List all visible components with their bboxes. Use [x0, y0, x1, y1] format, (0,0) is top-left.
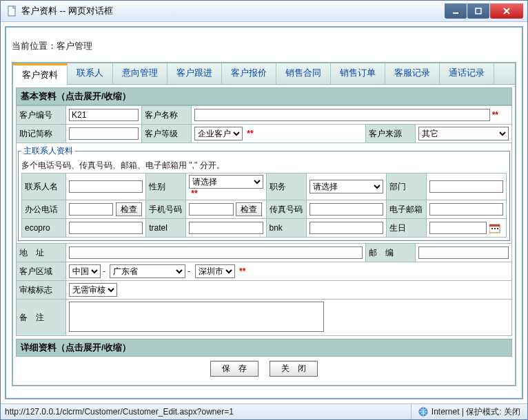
- svg-rect-1: [453, 12, 458, 14]
- tab-contract[interactable]: 销售合同: [276, 63, 331, 84]
- calendar-icon[interactable]: [489, 223, 500, 233]
- mobile-input[interactable]: [189, 203, 233, 216]
- section-detail-header[interactable]: 详细资料（点击展开/收缩）: [16, 339, 512, 357]
- action-buttons: 保 存 关 闭: [16, 357, 512, 381]
- fax-input[interactable]: [309, 203, 383, 216]
- birth-input[interactable]: [429, 222, 487, 234]
- svg-rect-4: [489, 224, 500, 227]
- breadcrumb-label: 当前位置：: [12, 41, 57, 51]
- tab-call-log[interactable]: 通话记录: [440, 63, 494, 84]
- save-button[interactable]: 保 存: [210, 361, 258, 377]
- ecopro-input[interactable]: [69, 222, 143, 234]
- label-cust-name: 客户名称: [142, 106, 192, 125]
- tabs: 客户资料 联系人 意向管理 客户跟进 客户报价 销售合同 销售订单 客服记录 通…: [13, 63, 515, 85]
- region-city-select[interactable]: 深圳市: [195, 264, 235, 278]
- required-mark: **: [189, 189, 197, 198]
- dept-input[interactable]: [429, 180, 503, 193]
- label-source: 客户来源: [366, 125, 416, 143]
- label-office-phone: 办公电话: [22, 200, 66, 219]
- tab-order[interactable]: 销售订单: [331, 63, 385, 84]
- section-basic-header[interactable]: 基本资料（点击展开/收缩）: [16, 87, 512, 105]
- check-office-phone-button[interactable]: 检查: [116, 202, 142, 216]
- globe-icon: [418, 407, 428, 417]
- contact-legend: 主联系人资料: [21, 145, 75, 157]
- svg-rect-6: [494, 228, 496, 229]
- tab-customer-info[interactable]: 客户资料: [13, 63, 68, 85]
- office-phone-input[interactable]: [69, 203, 113, 216]
- maximize-button[interactable]: [467, 3, 489, 19]
- label-position: 职务: [266, 174, 306, 200]
- window-title: 客户资料 -- 网页对话框: [21, 5, 444, 17]
- status-security: Internet | 保护模式: 关闭: [411, 404, 527, 419]
- bnk-input[interactable]: [309, 222, 383, 234]
- svg-rect-2: [476, 8, 481, 14]
- cust-no-input[interactable]: [69, 109, 139, 121]
- tab-service[interactable]: 客服记录: [385, 63, 440, 84]
- svg-rect-0: [8, 6, 15, 16]
- titlebar: 客户资料 -- 网页对话框: [1, 1, 527, 22]
- label-dept: 部门: [386, 174, 426, 200]
- status-security-text: Internet | 保护模式: 关闭: [431, 406, 520, 418]
- label-mobile: 手机号码: [146, 200, 186, 219]
- label-postcode: 邮 编: [366, 244, 416, 262]
- label-bnk: bnk: [266, 219, 306, 238]
- position-select[interactable]: 请选择: [309, 180, 383, 193]
- audit-select[interactable]: 无需审核: [69, 283, 117, 297]
- gender-select[interactable]: 请选择: [189, 175, 263, 189]
- level-select[interactable]: 企业客户: [194, 127, 243, 140]
- tab-followup[interactable]: 客户跟进: [167, 63, 222, 84]
- label-mnemonic: 助记简称: [17, 125, 66, 143]
- region-country-select[interactable]: 中国: [69, 264, 101, 278]
- mnemonic-input[interactable]: [69, 127, 139, 140]
- label-audit: 审核标志: [17, 281, 66, 300]
- breadcrumb-value: 客户管理: [57, 41, 92, 51]
- required-mark: **: [237, 266, 245, 276]
- client-area: 当前位置：客户管理 客户资料 联系人 意向管理 客户跟进 客户报价 销售合同 销…: [1, 22, 527, 403]
- inner-frame: 当前位置：客户管理 客户资料 联系人 意向管理 客户跟进 客户报价 销售合同 销…: [5, 26, 523, 399]
- label-ecopro: ecopro: [22, 219, 66, 238]
- label-birth: 生日: [386, 219, 426, 238]
- label-fax: 传真号码: [266, 200, 306, 219]
- window-controls: [444, 3, 523, 19]
- label-address: 地 址: [17, 244, 66, 262]
- minimize-button[interactable]: [445, 3, 467, 19]
- check-mobile-button[interactable]: 检查: [236, 202, 262, 216]
- svg-rect-5: [491, 228, 493, 229]
- label-gender: 性别: [146, 174, 186, 200]
- required-mark: **: [245, 129, 253, 138]
- basic-info-table: 客户编号 客户名称 ** 助记简称 客户等级 企业客户 ** 客户来源: [16, 105, 512, 336]
- region-province-select[interactable]: 广东省: [110, 264, 185, 278]
- document-icon: [8, 6, 17, 17]
- contact-name-input[interactable]: [69, 180, 143, 193]
- tab-content: 基本资料（点击展开/收缩） 客户编号 客户名称 ** 助记简称 客户等级: [12, 85, 516, 386]
- svg-rect-7: [497, 228, 498, 229]
- statusbar: http://127.0.0.1/clcrm/Customer/Customer…: [1, 403, 527, 419]
- tratel-input[interactable]: [189, 222, 263, 234]
- tab-contacts[interactable]: 联系人: [68, 63, 113, 84]
- breadcrumb: 当前位置：客户管理: [6, 28, 522, 58]
- label-email: 电子邮箱: [386, 200, 426, 219]
- postcode-input[interactable]: [418, 246, 509, 259]
- tabs-wrap: 客户资料 联系人 意向管理 客户跟进 客户报价 销售合同 销售订单 客服记录 通…: [12, 62, 516, 85]
- label-tratel: tratel: [146, 219, 186, 238]
- close-dialog-button[interactable]: 关 闭: [270, 361, 318, 377]
- contact-table: 联系人名 性别 请选择** 职务 请选择 部门: [21, 173, 507, 238]
- main-contact-fieldset: 主联系人资料 多个电话号码、传真号码、邮箱、电子邮箱用 "," 分开。 联系人名…: [18, 145, 510, 241]
- source-select[interactable]: 其它: [418, 127, 509, 140]
- status-url: http://127.0.0.1/clcrm/Customer/Customer…: [1, 407, 411, 417]
- tab-quote[interactable]: 客户报价: [222, 63, 276, 84]
- label-remark: 备 注: [17, 300, 66, 336]
- tab-intention[interactable]: 意向管理: [113, 63, 167, 84]
- contact-hint: 多个电话号码、传真号码、邮箱、电子邮箱用 "," 分开。: [21, 158, 507, 173]
- label-level: 客户等级: [142, 125, 192, 143]
- label-region: 客户区域: [17, 262, 66, 281]
- remark-textarea[interactable]: [69, 302, 324, 332]
- label-contact-name: 联系人名: [22, 174, 66, 200]
- dialog-window: 客户资料 -- 网页对话框 当前位置：客户管理 客户资料 联系人 意向管理 客户…: [0, 0, 528, 420]
- email-input[interactable]: [429, 203, 503, 216]
- label-cust-no: 客户编号: [17, 106, 66, 125]
- required-mark: **: [490, 110, 498, 120]
- address-input[interactable]: [69, 246, 363, 259]
- cust-name-input[interactable]: [194, 109, 490, 121]
- close-button[interactable]: [490, 3, 523, 19]
